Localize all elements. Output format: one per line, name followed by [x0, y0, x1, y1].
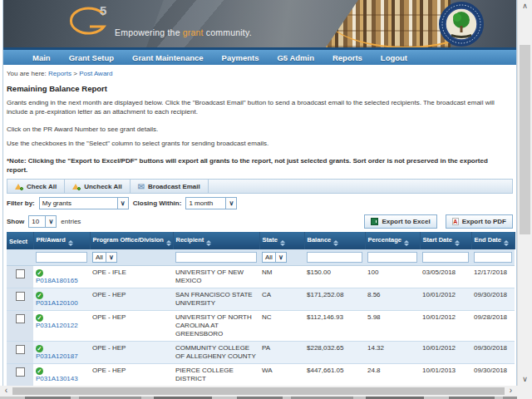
vertical-scrollbar[interactable]: ∧ ∨	[517, 0, 532, 386]
scroll-up-icon[interactable]: ∧	[518, 0, 532, 12]
g5-logo-number: 5	[100, 3, 106, 17]
department-of-education-seal-icon	[438, 1, 485, 47]
grant-status-check-icon: ✓	[36, 269, 43, 277]
filter-select-program-office[interactable]: All∨	[92, 252, 117, 263]
broadcast-email-button[interactable]: ✉ Broadcast Email	[131, 180, 209, 193]
uncheck-all-button[interactable]: Uncheck All	[65, 180, 131, 193]
filter-by-label: Filter by:	[7, 200, 35, 207]
column-header-pr-award[interactable]: PR/Award	[33, 232, 90, 249]
column-header-select: Select	[7, 232, 33, 249]
table-row: ✓P031A130143 OPE - HEP PIERCE COLLEGE DI…	[7, 364, 515, 387]
nav-item-grant-maintenance[interactable]: Grant Maintenance	[123, 53, 213, 62]
nav-item-reports[interactable]: Reports	[323, 53, 372, 62]
remaining-balance-table: Select PR/Award Program Office/Division …	[7, 232, 515, 386]
vertical-scrollbar-thumb[interactable]	[520, 45, 530, 234]
excel-icon	[371, 218, 378, 225]
pr-award-link[interactable]: P031A120122	[36, 322, 78, 329]
column-header-state[interactable]: State	[259, 232, 304, 249]
export-to-excel-button[interactable]: Export to Excel	[364, 214, 436, 229]
scrollbar-corner	[517, 386, 532, 399]
nav-item-main[interactable]: Main	[23, 53, 60, 62]
pr-award-link[interactable]: P031A120100	[36, 299, 78, 307]
closing-within-select[interactable]: 1 month ∨	[185, 197, 237, 209]
nav-item-logout[interactable]: Logout	[372, 53, 416, 62]
g5-application-window: 5 Empowering the grant community. Main G…	[0, 0, 532, 399]
sort-icon	[206, 240, 211, 246]
column-header-start-date[interactable]: Start Date	[420, 232, 471, 249]
scroll-down-icon[interactable]: ∨	[518, 373, 532, 386]
table-header-row: Select PR/Award Program Office/Division …	[7, 232, 515, 249]
filter-input-balance[interactable]	[307, 252, 362, 263]
nav-item-grant-setup[interactable]: Grant Setup	[60, 53, 123, 62]
sort-icon	[504, 240, 509, 246]
column-header-program-office[interactable]: Program Office/Division	[90, 232, 173, 249]
row-checkbox[interactable]	[16, 292, 25, 301]
row-checkbox[interactable]	[16, 367, 25, 377]
uncheck-all-icon	[72, 183, 81, 190]
nav-item-g5-admin[interactable]: G5 Admin	[268, 53, 323, 62]
export-note: *Note: Clicking the "Export to Excel/PDF…	[7, 156, 510, 175]
header-banner: 5 Empowering the grant community.	[3, 0, 516, 47]
selection-toolbar: Check All Uncheck All ✉ Broadcast Email	[7, 179, 513, 194]
sort-icon	[68, 240, 73, 246]
scroll-left-icon[interactable]: ‹	[1, 386, 12, 397]
sort-icon	[455, 240, 460, 246]
check-all-icon	[15, 183, 23, 190]
grant-status-check-icon: ✓	[36, 345, 43, 352]
breadcrumb-separator: >	[73, 70, 77, 77]
banner-tagline: Empowering the grant community.	[115, 27, 252, 37]
filter-by-select[interactable]: My grants ∨	[39, 197, 129, 209]
row-checkbox[interactable]	[16, 269, 25, 278]
intro-paragraph: Grants ending in the next month are disp…	[7, 98, 510, 116]
grant-status-check-icon: ✓	[36, 292, 43, 299]
page-frame: 5 Empowering the grant community. Main G…	[2, 0, 517, 386]
filter-input-percentage[interactable]	[367, 252, 417, 263]
filter-input-recipient[interactable]	[175, 252, 257, 263]
breadcrumb-prefix: You are here:	[7, 70, 47, 77]
row-checkbox[interactable]	[16, 314, 25, 323]
filter-input-end-date[interactable]	[474, 252, 512, 263]
pr-award-link[interactable]: P018A180165	[36, 277, 78, 284]
table-row: ✓P031A120122 OPE - HEP UNIVERSITY OF NOR…	[7, 311, 515, 342]
column-header-percentage[interactable]: Percentage	[365, 232, 420, 249]
column-header-recipient[interactable]: Recipient	[173, 232, 259, 249]
scroll-right-icon[interactable]: ›	[505, 386, 516, 397]
nav-item-payments[interactable]: Payments	[213, 53, 268, 62]
row-checkbox[interactable]	[16, 345, 25, 354]
show-label: Show	[7, 218, 24, 225]
export-to-pdf-button[interactable]: A Export to PDF	[446, 214, 513, 229]
dropdown-arrow-icon: ∨	[117, 198, 128, 209]
content-area: You are here: Reports > Post Award Remai…	[3, 70, 516, 386]
breadcrumb-link-post-award[interactable]: Post Award	[79, 70, 112, 77]
breadcrumb-link-reports[interactable]: Reports	[48, 70, 71, 77]
filter-select-state[interactable]: All∨	[262, 252, 287, 263]
filter-input-pr-award[interactable]	[36, 252, 87, 263]
pdf-icon: A	[452, 218, 459, 225]
g5-logo: 5	[63, 3, 113, 45]
pr-award-link[interactable]: P031A130143	[36, 375, 78, 382]
pr-award-link[interactable]: P031A120187	[36, 352, 78, 360]
check-all-button[interactable]: Check All	[7, 180, 65, 193]
closing-within-label: Closing Within:	[133, 200, 182, 207]
sort-icon	[166, 240, 171, 246]
column-header-end-date[interactable]: End Date	[471, 232, 515, 249]
entries-label: entries	[61, 218, 81, 225]
filter-bar: Filter by: My grants ∨ Closing Within: 1…	[7, 197, 513, 209]
horizontal-scrollbar[interactable]: ‹ ›	[0, 386, 517, 397]
table-filter-row: All∨ All∨	[7, 249, 515, 266]
sort-icon	[404, 240, 409, 246]
table-row: ✓P031A120187 OPE - HEP COMMUNITY COLLEGE…	[7, 342, 515, 364]
page-title: Remaining Balance Report	[7, 84, 513, 93]
breadcrumb: You are here: Reports > Post Award	[7, 70, 513, 77]
grant-status-check-icon: ✓	[36, 314, 43, 322]
table-row: ✓P018A180165 OPE - IFLE UNIVERSITY OF NE…	[7, 266, 515, 288]
table-row: ✓P031A120100 OPE - HEP SAN FRANCISCO STA…	[7, 288, 515, 311]
horizontal-scrollbar-thumb[interactable]	[12, 387, 505, 395]
dropdown-arrow-icon: ∨	[275, 253, 286, 262]
show-entries-bar: Show 10 ∨ entries Export to Excel A Expo…	[7, 214, 513, 229]
filter-input-start-date[interactable]	[422, 252, 469, 263]
sort-icon	[333, 240, 338, 246]
main-navigation: Main Grant Setup Grant Maintenance Payme…	[3, 47, 516, 65]
show-entries-select[interactable]: 10 ∨	[28, 215, 57, 228]
column-header-balance[interactable]: Balance	[304, 232, 365, 249]
